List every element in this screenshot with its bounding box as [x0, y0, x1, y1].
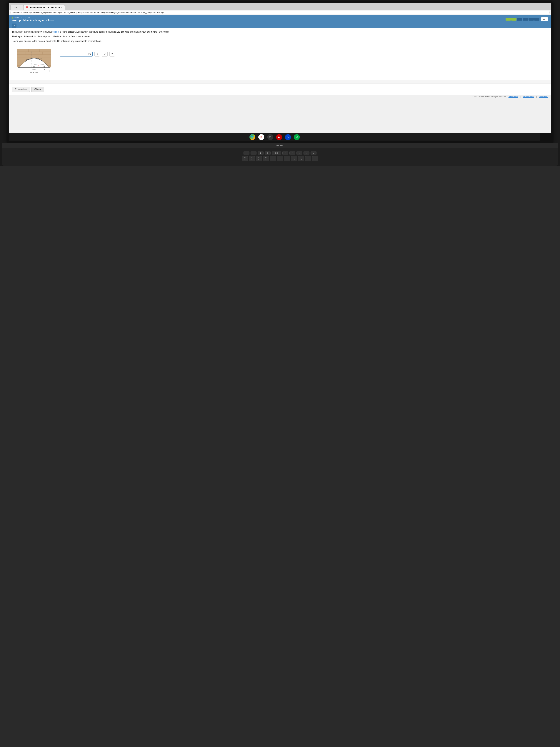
privacy-link[interactable]: Privacy Center: [523, 96, 534, 98]
key-6[interactable]: ^6: [270, 156, 276, 161]
clear-button[interactable]: ×: [95, 52, 100, 56]
tab-learn[interactable]: Learn ✕: [10, 5, 23, 10]
tab-bar: Learn ✕ 🅱 Discussions List - REL211-N880…: [9, 3, 551, 10]
problem-sentence-3: Round your answer to the nearest hundred…: [12, 40, 548, 43]
screen-bezel: Learn ✕ 🅱 Discussions List - REL211-N880…: [7, 2, 553, 143]
accessibility-link[interactable]: Accessibili...: [539, 96, 548, 98]
content-area: CONIC SECTIONS Word problem involving an…: [9, 15, 551, 98]
bottom-buttons: Explanation Check: [9, 83, 551, 95]
address-bar: awu.aleks.com/alekscgi/x/lsl.exe/1o_u-lg…: [9, 10, 551, 15]
help-button[interactable]: ?: [109, 52, 115, 56]
tab-discussions-label: Discussions List - REL211-N880: [29, 6, 60, 9]
progress-seg-3: [517, 18, 522, 21]
tab-discussions-close[interactable]: ✕: [61, 6, 62, 8]
key-volume-up[interactable]: ♪: [311, 151, 317, 155]
unit-label: cm: [88, 53, 91, 55]
aleks-header: CONIC SECTIONS Word problem involving an…: [9, 15, 551, 23]
progress-seg-4: [523, 18, 528, 21]
browser-footer: © 2021 McGraw Hill LLC. All Rights Reser…: [9, 95, 551, 98]
ellipse-diagram: 54 cm 15 cm ?: [12, 48, 56, 78]
tab-discussions[interactable]: 🅱 Discussions List - REL211-N880 ✕: [23, 5, 65, 10]
key-5[interactable]: %5: [263, 156, 269, 161]
laptop-base: acer: [2, 143, 558, 148]
terms-link[interactable]: Terms of Use: [508, 96, 518, 98]
answer-input[interactable]: [64, 53, 87, 55]
undo-button[interactable]: ↺: [102, 52, 108, 56]
progress-bar: [506, 18, 539, 21]
progress-seg-2: [511, 18, 516, 21]
svg-text:center: center: [32, 69, 36, 70]
wh-button[interactable]: Wh: [541, 17, 548, 21]
explanation-button[interactable]: Explanation: [12, 87, 30, 92]
problem-text-area: The arch of the fireplace below is half …: [9, 28, 551, 46]
footer-separator-1: |: [521, 96, 521, 98]
key-volume-down[interactable]: ◄: [303, 151, 310, 155]
taskbar-dark-icon[interactable]: ◻: [267, 134, 273, 140]
key-7[interactable]: &7: [277, 156, 283, 161]
header-left: CONIC SECTIONS Word problem involving an…: [12, 17, 54, 22]
progress-seg-6: [534, 18, 539, 21]
key-minus[interactable]: —: [305, 156, 311, 161]
key-f4[interactable]: ⊡: [265, 151, 271, 155]
taskbar-youtube-icon[interactable]: ▶: [276, 134, 282, 140]
progress-seg-1: [506, 18, 511, 21]
svg-text:p: p: [44, 69, 45, 70]
answer-input-box[interactable]: ▏ cm: [60, 52, 92, 56]
input-cursor-icon: ▏: [62, 53, 63, 55]
tab-learn-close[interactable]: ✕: [19, 6, 21, 8]
key-back[interactable]: ←: [243, 151, 249, 155]
header-right: Wh: [506, 17, 548, 21]
svg-text:54 cm: 54 cm: [26, 58, 31, 60]
status-dot: [12, 17, 14, 19]
problem-title: Word problem involving an ellipse: [12, 19, 54, 22]
key-0[interactable]: )0: [298, 156, 304, 161]
check-button[interactable]: Check: [31, 87, 44, 92]
section-label: CONIC SECTIONS: [12, 17, 54, 19]
taskbar-play-icon[interactable]: ▷: [285, 134, 291, 140]
url-input[interactable]: awu.aleks.com/alekscgi/x/lsl.exe/1o_u-lg…: [10, 11, 550, 14]
key-refresh[interactable]: C: [258, 151, 264, 155]
svg-text:?: ?: [38, 65, 39, 67]
key-forward[interactable]: →: [250, 151, 257, 155]
copyright-text: © 2021 McGraw Hill LLC. All Rights Reser…: [472, 96, 506, 98]
footer-separator-2: |: [536, 96, 537, 98]
key-2[interactable]: @2: [242, 156, 248, 161]
new-tab-button[interactable]: +: [65, 5, 69, 9]
svg-text:15 cm: 15 cm: [37, 58, 42, 60]
key-plus[interactable]: +: [312, 156, 318, 161]
progress-seg-5: [529, 18, 534, 21]
taskbar-gmail-icon[interactable]: M: [258, 134, 264, 140]
keyboard-row-function: ← → C ⊡ ⊟⊟ ✦ ✦ ◄ ◄ ♪: [5, 151, 555, 155]
acer-logo: acer: [276, 144, 284, 147]
key-brightness-up[interactable]: ✦: [289, 151, 295, 155]
taskbar-chrome-icon[interactable]: 🌐: [249, 134, 256, 140]
problem-sentence-1: The arch of the fireplace below is half …: [12, 30, 548, 34]
problem-sentence-2: The height of the arch is 15 cm at point…: [12, 35, 548, 38]
svg-text:—150 cm—: —150 cm—: [30, 72, 38, 73]
key-4[interactable]: $4: [256, 156, 262, 161]
tab-learn-label: Learn: [13, 6, 18, 9]
taskbar: 🌐 M ◻ ▶ ▷ ↺: [9, 133, 540, 141]
ellipse-link[interactable]: ellipse: [52, 31, 59, 33]
browser-window: Learn ✕ 🅱 Discussions List - REL211-N880…: [9, 3, 551, 133]
figure-area: 54 cm 15 cm ?: [9, 46, 551, 80]
laptop-outer: Learn ✕ 🅱 Discussions List - REL211-N880…: [0, 0, 560, 166]
keyboard-area: ← → C ⊡ ⊟⊟ ✦ ✦ ◄ ◄ ♪ @2 #3 $4 %5 ^6 &7 *…: [2, 148, 558, 166]
key-3[interactable]: #3: [249, 156, 255, 161]
key-brightness-down[interactable]: ✦: [283, 151, 288, 155]
keyboard-row-numbers: @2 #3 $4 %5 ^6 &7 *8 (9 )0 — +: [5, 156, 555, 161]
key-9[interactable]: (9: [291, 156, 297, 161]
key-8[interactable]: *8: [284, 156, 290, 161]
key-mute[interactable]: ◄: [296, 151, 302, 155]
collapse-button[interactable]: ∨: [12, 24, 17, 28]
key-fullscreen[interactable]: ⊟⊟: [272, 151, 281, 155]
taskbar-green-icon[interactable]: ↺: [294, 134, 300, 140]
answer-area: ▏ cm × ↺ ?: [60, 52, 115, 56]
